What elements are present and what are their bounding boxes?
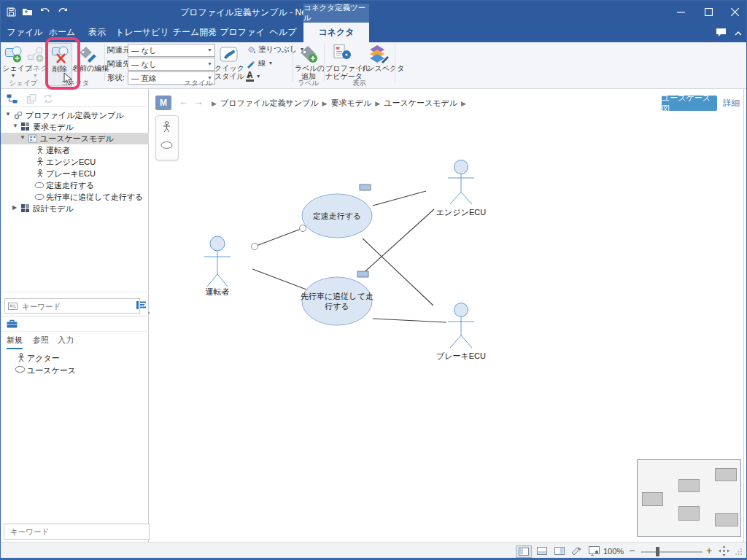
connector-follow-brake[interactable] <box>373 319 446 322</box>
contextual-tab-group[interactable]: コネクタ定義ツール <box>303 4 369 23</box>
tree-search-input[interactable] <box>20 301 136 311</box>
usecase-node-cruise[interactable]: 定速走行する <box>302 194 372 238</box>
actor-node-brake[interactable]: ブレーキECU <box>436 303 486 361</box>
tree-item-engine-ecu[interactable]: エンジンECU <box>1 156 149 168</box>
rename-button[interactable]: 名前の編集 <box>72 43 103 73</box>
save-icon[interactable] <box>4 6 18 18</box>
actor-icon <box>36 158 44 166</box>
style-brush-icon[interactable] <box>570 545 583 556</box>
tree-item-brake-ecu[interactable]: ブレーキECU <box>1 168 149 179</box>
delete-icon <box>48 44 71 64</box>
connector-cruise-engine[interactable] <box>373 191 426 206</box>
pan-icon[interactable] <box>717 545 730 557</box>
connector-button[interactable]: コネクタ ▼ <box>26 43 45 79</box>
bottom-search-input[interactable] <box>9 526 144 537</box>
tree-item-cruise[interactable]: 定速走行する <box>1 179 149 191</box>
actor-node-driver[interactable]: 運転者 <box>204 236 231 296</box>
chevron-expanded-icon[interactable]: ▼ <box>5 111 11 117</box>
tab-view[interactable]: 表示 <box>81 23 113 42</box>
zoom-slider-thumb[interactable] <box>656 547 659 556</box>
ribbon-separator <box>104 44 105 82</box>
relation-source-select[interactable]: — なし▼ <box>128 44 215 57</box>
layout-horizontal-split-icon[interactable] <box>535 545 549 556</box>
quick-style-button[interactable]: クイック スタイル ▼ <box>214 43 244 80</box>
tab-help[interactable]: ヘルプ <box>266 23 300 42</box>
minimap-node <box>678 479 700 492</box>
feedback-icon[interactable] <box>714 26 727 38</box>
connector-endpoint-handle[interactable] <box>300 225 306 232</box>
toolbox-item-usecase[interactable]: ユースケース <box>27 365 76 376</box>
filter-icon[interactable] <box>136 300 147 310</box>
toolbox-item-actor[interactable]: アクター <box>27 353 60 364</box>
screen-icon[interactable] <box>587 545 600 556</box>
model-navigator-toolbar <box>1 90 148 107</box>
actor-node-engine[interactable]: エンジンECU <box>436 160 486 217</box>
quick-style-icon <box>214 43 244 63</box>
rename-icon <box>72 43 103 63</box>
maximize-button[interactable] <box>697 4 720 20</box>
usecase-icon <box>34 181 44 190</box>
actor-icon <box>36 146 44 155</box>
sync-icon[interactable] <box>43 94 53 104</box>
tree-item-follow[interactable]: 先行車に追従して走行する <box>1 191 149 203</box>
connector-endpoint-handle[interactable] <box>252 244 258 250</box>
connector-driver-follow[interactable] <box>252 269 306 289</box>
tab-connector[interactable]: コネクタ <box>303 23 369 42</box>
undo-icon[interactable] <box>39 6 52 18</box>
usecase-icon <box>34 192 44 201</box>
layout-single-pane-icon[interactable] <box>516 545 532 558</box>
redo-icon[interactable] <box>56 6 69 18</box>
svg-text:運転者: 運転者 <box>206 287 230 296</box>
window-bottom-border <box>1 558 746 559</box>
layout-vertical-split-icon[interactable] <box>552 545 567 556</box>
toolbox-tab-new[interactable]: 新規 <box>7 335 23 349</box>
tree-item-project[interactable]: ▼ プロファイル定義サンプル <box>1 109 149 121</box>
toolbox-tab-input[interactable]: 入力 <box>58 335 74 348</box>
connector-label-box[interactable] <box>360 184 371 190</box>
usecase-node-follow[interactable]: 先行車に追従して走 行する <box>301 277 374 325</box>
collapse-ribbon-icon[interactable] <box>732 28 745 39</box>
chevron-expanded-icon[interactable]: ▼ <box>12 122 18 129</box>
copy-icon[interactable] <box>27 94 36 104</box>
chevron-down-icon: ▼ <box>268 61 274 66</box>
zoom-out-button[interactable]: − <box>627 545 637 556</box>
connector-driver-cruise[interactable] <box>255 228 303 246</box>
project-icon <box>14 111 23 120</box>
tab-file[interactable]: ファイル <box>7 23 43 42</box>
chevron-collapsed-icon[interactable]: ▶ <box>12 204 17 211</box>
tree-item-driver[interactable]: 運転者 <box>1 144 149 156</box>
zoom-in-button[interactable]: + <box>704 545 714 556</box>
minimap[interactable] <box>637 459 741 537</box>
connector-label-box[interactable] <box>357 271 368 277</box>
model-navigator-icon[interactable] <box>7 94 18 104</box>
inspector-button[interactable]: インスペクタ <box>360 43 396 73</box>
tab-home[interactable]: ホーム <box>44 23 80 42</box>
tree-item-requirement-model[interactable]: ▼ 要求モデル <box>1 121 149 133</box>
chevron-expanded-icon[interactable]: ▼ <box>20 134 26 141</box>
chevron-down-icon: ▼ <box>26 73 45 79</box>
chevron-down-icon: ▼ <box>207 47 212 52</box>
shape-button[interactable]: シェイプ ▼ <box>2 43 24 79</box>
tab-profile[interactable]: プロファイル <box>220 23 265 42</box>
relation-target-select[interactable]: — なし▼ <box>128 58 215 71</box>
zoom-slider-track[interactable] <box>641 551 703 553</box>
titlebar: プロファイル定義サンプル - Next Design コネクタ定義ツール <box>1 1 746 23</box>
minimize-button[interactable] <box>669 4 692 20</box>
close-button[interactable] <box>723 4 746 20</box>
profile-navigator-button[interactable]: プロファイル ナビゲータ <box>325 43 359 80</box>
svg-text:先行車に追従して走: 先行車に追従して走 <box>301 292 374 300</box>
statusbar: 100% − + <box>1 542 746 559</box>
tab-traceability[interactable]: トレーサビリティ <box>115 23 170 42</box>
inspector-icon <box>360 43 396 63</box>
line-button[interactable]: 線▼ <box>246 58 273 69</box>
tree-item-usecase-model[interactable]: ▼ ユースケースモデル <box>1 133 149 144</box>
tab-team[interactable]: チーム開発 <box>171 23 218 42</box>
toolbox-tab-reference[interactable]: 参照 <box>33 335 49 348</box>
ribbon-separator <box>324 44 325 82</box>
add-label-button[interactable]: ラベルの 追加 <box>295 43 322 80</box>
tree-item-design-model[interactable]: ▶ 設計モデル <box>1 203 149 214</box>
open-folder-icon[interactable] <box>20 6 34 18</box>
resize-grip[interactable] <box>735 547 743 556</box>
model-icon <box>21 204 29 212</box>
app-window: プロファイル定義サンプル - Next Design コネクタ定義ツール ファイ… <box>0 0 747 560</box>
